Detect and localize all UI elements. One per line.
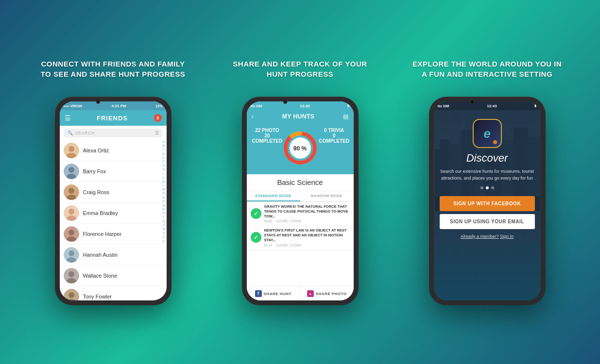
chart-label-photo: 22 PHOTO 20 COMPLETED — [251, 128, 284, 144]
signin-link[interactable]: Already a member? Sign In — [461, 234, 514, 239]
phone1-time: 4:21 PM — [112, 104, 126, 108]
page-wrapper: CONNECT WITH FRIENDS AND FAMILY TO SEE A… — [0, 0, 600, 364]
phone2-header: ‹ MY HUNTS ▤ — [247, 110, 354, 123]
hunt-item-desc-2: NEWTON'S FIRST LAW IS AN OBJECT AT REST … — [264, 228, 350, 242]
signin-action[interactable]: Sign In — [500, 234, 514, 239]
discover-description: Search our extensive hunts for museums, … — [440, 168, 535, 182]
share-hunt-label: SHARE HUNT — [264, 292, 291, 296]
list-item[interactable]: Tony Fowler — [60, 286, 167, 300]
avatar — [64, 205, 79, 221]
signin-text: Already a member? — [461, 234, 499, 239]
phone3-caption: EXPLORE THE WORLD AROUND YOU IN A FUN AN… — [412, 59, 563, 88]
friend-name: Hannah Austin — [83, 252, 118, 258]
list-item[interactable]: Craig Ross — [60, 182, 167, 203]
phone3-carrier: No SIM — [438, 104, 449, 108]
phone3-status-bar: No SIM 13:43 ▮ — [434, 101, 541, 110]
share-photo-button[interactable]: ● SHARE PHOTO — [300, 287, 354, 300]
list-item[interactable]: Wallace Stone — [60, 265, 167, 286]
friend-name-florence-harper: Florence Harper — [83, 231, 121, 237]
phone2-time: 13:40 — [300, 104, 309, 108]
friends-list: Alexa Ortiz Barry Fox Craig — [60, 140, 167, 300]
hunt-item-time-1: 00:00 — [264, 219, 272, 223]
hunt-item-text-2: NEWTON'S FIRST LAW IS AN OBJECT AT REST … — [264, 228, 350, 247]
back-button[interactable]: ‹ — [252, 113, 254, 120]
phone2-status-bar: No SIM 13:40 ▮ — [247, 101, 354, 110]
hunt-name: Basic Science — [277, 178, 323, 186]
hunt-chart-area: 22 PHOTO 20 COMPLETED 0 TRIVIA 0 COMPLET… — [247, 123, 354, 174]
phone1-status-bar: ••••• VIRGIN 4:21 PM 22% — [60, 101, 167, 110]
friend-name: Emma Bradley — [83, 210, 118, 216]
hunt-item-time-2: 00:14 — [264, 244, 272, 247]
phone2-inner: No SIM 13:40 ▮ ‹ MY HUNTS ▤ 22 PHOTO 20 … — [247, 101, 354, 300]
alphabet-sidebar[interactable]: ABC DEF GHI JKL MNO PQR STU VWX YZ — [163, 140, 166, 243]
friend-name: Tony Fowler — [83, 294, 112, 299]
hunt-title-area: Basic Science — [247, 174, 354, 191]
email-signup-button[interactable]: SIGN UP USING YOUR EMAIL — [440, 214, 535, 229]
phone3-inner: No SIM 13:43 ▮ e Discover Search our ext… — [434, 101, 541, 300]
friend-name: Barry Fox — [83, 168, 106, 174]
check-icon-1 — [251, 208, 261, 219]
friend-name-craig-ross: Craig Ross — [83, 189, 109, 195]
avatar — [64, 164, 79, 179]
donut-chart: 90 % — [281, 129, 320, 167]
instagram-icon: ● — [307, 290, 314, 297]
phone2-camera — [283, 100, 287, 104]
svg-point-10 — [69, 209, 74, 215]
avatar — [64, 268, 79, 283]
hunt-share-bar: f SHARE HUNT ● SHARE PHOTO — [247, 286, 354, 300]
percentage-label: 90 % — [293, 145, 307, 152]
friend-name: Alexa Ortiz — [83, 148, 109, 153]
phone1-camera — [96, 100, 100, 104]
hunt-item-1[interactable]: GRAVITY WORKS! THE NATURAL FORCE THAT TE… — [247, 202, 354, 226]
menu-icon[interactable]: ☰ — [65, 115, 71, 121]
tab-standard-mode[interactable]: STANDARD MODE — [247, 191, 300, 201]
hunt-tabs: STANDARD MODE RANDOM MODE — [247, 191, 354, 202]
search-input[interactable]: SEARCH — [75, 131, 153, 135]
phone1-caption: CONNECT WITH FRIENDS AND FAMILY TO SEE A… — [38, 59, 189, 88]
avatar — [64, 289, 79, 300]
facebook-signup-button[interactable]: SIGN UP WITH FACEBOOK — [440, 196, 535, 211]
page-dots — [480, 186, 494, 189]
chart-label-trivia: 0 TRIVIA 0 COMPLETED — [319, 128, 350, 144]
check-icon-2 — [251, 232, 261, 243]
list-item[interactable]: Emma Bradley — [60, 203, 167, 224]
chart-icon[interactable]: ▤ — [343, 113, 348, 120]
dot-3[interactable] — [491, 186, 494, 189]
hunt-item-meta-1: 00:00 SCORE: 1 POINT — [264, 219, 350, 223]
hunt-item-meta-2: 00:14 SCORE: 1 POINT — [264, 244, 350, 247]
phone1-search-bar[interactable]: 🔍 SEARCH ☰ — [64, 129, 163, 137]
avatar — [64, 184, 79, 200]
phone2-battery: ▮ — [347, 104, 349, 108]
phone3-time: 13:43 — [487, 104, 497, 108]
hunt-item-score-1: SCORE: 1 POINT — [276, 219, 302, 223]
phone2-carrier: No SIM — [251, 104, 262, 108]
svg-point-22 — [69, 292, 74, 298]
donut-center: 90 % — [293, 144, 307, 152]
list-item[interactable]: Alexa Ortiz — [60, 140, 167, 161]
list-item[interactable]: Hannah Austin — [60, 245, 167, 265]
phone3-content: e Discover Search our extensive hunts fo… — [434, 110, 541, 300]
phone1-inner: ••••• VIRGIN 4:21 PM 22% ☰ FRIENDS 3 🔍 S… — [60, 101, 167, 300]
dot-1[interactable] — [480, 186, 483, 189]
hunt-item-2[interactable]: NEWTON'S FIRST LAW IS AN OBJECT AT REST … — [247, 226, 354, 249]
hunt-item-desc-1: GRAVITY WORKS! THE NATURAL FORCE THAT TE… — [264, 204, 350, 218]
tab-random-mode[interactable]: RANDOM MODE — [300, 191, 354, 201]
svg-point-1 — [69, 146, 74, 152]
phone3-frame: No SIM 13:43 ▮ e Discover Search our ext… — [429, 97, 546, 305]
list-item[interactable]: Barry Fox — [60, 161, 167, 182]
app-icon-letter: e — [483, 126, 490, 141]
hunt-item-score-2: SCORE: 1 POINT — [276, 244, 302, 247]
filter-icon[interactable]: ☰ — [155, 131, 159, 135]
share-hunt-button[interactable]: f SHARE HUNT — [247, 287, 301, 300]
phone1-battery: 22% — [155, 104, 162, 108]
phone2-frame: No SIM 13:40 ▮ ‹ MY HUNTS ▤ 22 PHOTO 20 … — [242, 97, 359, 305]
svg-point-16 — [69, 250, 74, 256]
list-item[interactable]: Florence Harper — [60, 224, 167, 245]
svg-point-7 — [69, 188, 74, 194]
dot-2[interactable] — [486, 186, 489, 189]
phone3-battery: ▮ — [534, 104, 536, 108]
share-photo-label: SHARE PHOTO — [316, 292, 347, 296]
avatar — [64, 226, 79, 242]
svg-point-19 — [69, 271, 74, 277]
phone2-caption: SHARE AND KEEP TRACK OF YOUR HUNT PROGRE… — [225, 59, 376, 88]
